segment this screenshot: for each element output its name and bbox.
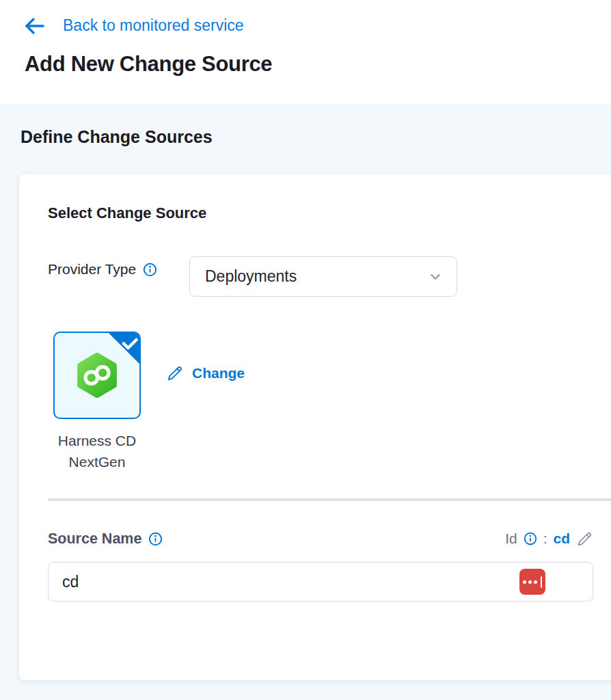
id-value: cd [553, 530, 570, 547]
source-name-label: Source Name [48, 530, 141, 548]
define-change-source-card: Select Change Source Provider Type Deplo… [19, 174, 611, 680]
provider-type-label-row: Provider Type [48, 261, 157, 278]
source-name-input-wrap [48, 562, 593, 602]
back-link[interactable]: Back to monitored service [25, 16, 244, 35]
source-name-row: Source Name Id [48, 528, 593, 549]
add-change-source-page: Back to monitored service Add New Change… [0, 0, 611, 700]
provider-type-dropdown[interactable]: Deployments [189, 256, 457, 297]
provider-tile-caption-line2: NextGen [29, 451, 165, 472]
page-header: Back to monitored service Add New Change… [0, 0, 611, 104]
page-title: Add New Change Source [25, 52, 272, 77]
lastpass-dot [523, 580, 526, 584]
lastpass-field-icon[interactable] [519, 569, 545, 595]
identifier-group: Id : cd [505, 530, 593, 548]
change-provider-link[interactable]: Change [166, 364, 245, 382]
id-label: Id [505, 530, 517, 547]
checkmark-icon [106, 332, 140, 369]
info-icon[interactable] [143, 262, 157, 277]
card-subtitle: Select Change Source [48, 204, 206, 222]
change-link-label: Change [192, 365, 245, 381]
back-link-label: Back to monitored service [63, 16, 244, 35]
section-divider [48, 498, 611, 501]
edit-pencil-icon[interactable] [576, 530, 593, 548]
section-title: Define Change Sources [21, 127, 213, 147]
info-icon[interactable] [524, 532, 537, 546]
provider-tile-harness-cd-nextgen[interactable] [53, 332, 141, 419]
provider-tile-caption: Harness CD NextGen [29, 430, 165, 472]
id-separator: : [543, 530, 547, 547]
info-icon[interactable] [148, 532, 163, 546]
provider-type-dropdown-value: Deployments [205, 267, 297, 286]
source-name-label-group: Source Name [48, 530, 163, 548]
lastpass-bar [541, 576, 543, 588]
provider-tile-caption-line1: Harness CD [29, 430, 165, 451]
lastpass-dot [534, 580, 537, 584]
back-arrow-icon [25, 17, 45, 35]
chevron-down-icon [428, 269, 443, 284]
lastpass-dot [528, 580, 532, 584]
edit-pencil-icon [166, 364, 184, 382]
source-name-input[interactable] [48, 562, 593, 602]
provider-type-label: Provider Type [48, 261, 136, 278]
